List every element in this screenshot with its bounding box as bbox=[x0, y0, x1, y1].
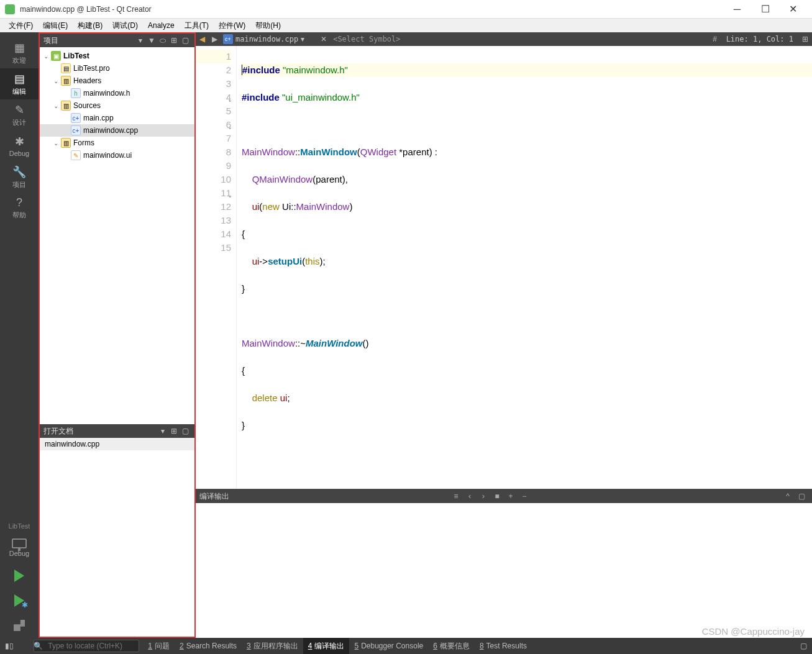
search-results-tab[interactable]: 2Search Results bbox=[175, 638, 242, 654]
maximize-button[interactable]: ☐ bbox=[751, 1, 779, 18]
mode-bar: ▦欢迎 ▤编辑 ✎设计 ✱Debug 🔧项目 ?帮助 LibTest Debug… bbox=[0, 32, 39, 638]
kit-label: LibTest bbox=[9, 522, 30, 530]
project-tree[interactable]: ⌄▣LibTest ▤LibTest.pro ⌄▥Headers hmainwi… bbox=[40, 47, 194, 424]
side-panel: 项目 ▾ ▼ ⬭ ⊞ ▢ ⌄▣LibTest ▤LibTest.pro ⌄▥He… bbox=[39, 32, 196, 638]
bug-icon: ✱ bbox=[22, 601, 28, 609]
mode-welcome[interactable]: ▦欢迎 bbox=[0, 37, 39, 68]
menu-analyze[interactable]: Analyze bbox=[143, 20, 180, 31]
app-output-tab[interactable]: 3应用程序输出 bbox=[242, 638, 303, 654]
tree-headers-folder[interactable]: ⌄▥Headers bbox=[40, 75, 194, 87]
close-panel-icon[interactable]: ▢ bbox=[795, 492, 808, 501]
output-title: 编译输出 bbox=[199, 491, 449, 502]
toggle-sidebar-icon[interactable]: ▮▯ bbox=[0, 638, 19, 654]
close-panel-icon[interactable]: ▢ bbox=[180, 427, 191, 435]
menu-file[interactable]: 文件(F) bbox=[4, 19, 38, 32]
output-panel: 编译输出 ≡ ‹ › ■ + − ^ ▢ bbox=[196, 489, 812, 638]
line-gutter: 123 4⌄5 6⌄7 8910 11⌄12 131415 bbox=[196, 46, 237, 489]
issues-tab[interactable]: 1问题 bbox=[143, 638, 175, 654]
filter-icon[interactable]: ≡ bbox=[449, 492, 463, 501]
code-editor[interactable]: 123 4⌄5 6⌄7 8910 11⌄12 131415 #include "… bbox=[196, 46, 812, 489]
prev-icon[interactable]: ‹ bbox=[463, 492, 477, 501]
monitor-icon bbox=[12, 538, 27, 548]
mode-design[interactable]: ✎设计 bbox=[0, 99, 39, 130]
editor-filename[interactable]: mainwindow.cpp bbox=[235, 35, 298, 43]
editor-column: ◀ ▶ c+ mainwindow.cpp ▾ ✕ <Select Symbol… bbox=[196, 32, 812, 638]
mode-debug[interactable]: ✱Debug bbox=[0, 130, 39, 161]
general-messages-tab[interactable]: 6概要信息 bbox=[428, 638, 475, 654]
project-panel-header: 项目 ▾ ▼ ⬭ ⊞ ▢ bbox=[40, 34, 194, 47]
project-icon: ▣ bbox=[51, 51, 61, 61]
split-editor-icon[interactable]: ⊞ bbox=[798, 35, 812, 43]
panel-dropdown-icon[interactable]: ▾ bbox=[135, 36, 146, 45]
nav-forward-icon[interactable]: ▶ bbox=[208, 35, 221, 43]
file-dropdown-icon[interactable]: ▾ bbox=[298, 35, 317, 43]
run-button[interactable] bbox=[7, 563, 32, 588]
search-icon: 🔍 bbox=[34, 642, 43, 650]
panel-dropdown-icon[interactable]: ▾ bbox=[157, 427, 168, 435]
tree-header-file[interactable]: hmainwindow.h bbox=[40, 87, 194, 99]
test-results-tab[interactable]: 8Test Results bbox=[475, 638, 532, 654]
kit-selector[interactable]: Debug bbox=[0, 532, 39, 563]
stop-icon[interactable]: ■ bbox=[490, 492, 504, 501]
open-docs-list: mainwindow.cpp bbox=[40, 438, 194, 637]
split-h-icon[interactable]: ⊞ bbox=[168, 427, 180, 435]
tree-project-root[interactable]: ⌄▣LibTest bbox=[40, 50, 194, 62]
run-debug-button[interactable]: ✱ bbox=[7, 588, 32, 613]
compile-output-tab[interactable]: 4编译输出 bbox=[303, 638, 350, 654]
link-icon[interactable]: ⬭ bbox=[157, 36, 168, 45]
symbol-selector[interactable]: <Select Symbol> bbox=[331, 35, 708, 43]
output-header: 编译输出 ≡ ‹ › ■ + − ^ ▢ bbox=[196, 489, 812, 503]
cpp-file-icon: c+ bbox=[223, 34, 233, 44]
tree-sources-folder[interactable]: ⌄▥Sources bbox=[40, 99, 194, 112]
folder-icon: ▥ bbox=[61, 76, 71, 86]
h-file-icon: h bbox=[71, 88, 81, 98]
minimize-button[interactable]: ─ bbox=[723, 1, 751, 18]
folder-icon: ▥ bbox=[61, 101, 71, 111]
tree-source-file-active[interactable]: c+mainwindow.cpp bbox=[40, 124, 194, 137]
next-icon[interactable]: › bbox=[477, 492, 490, 501]
mark-icon[interactable]: # bbox=[709, 35, 721, 43]
status-bar: ▮▯ 🔍 1问题 2Search Results 3应用程序输出 4编译输出 5… bbox=[0, 638, 812, 654]
locator: 🔍 bbox=[22, 640, 139, 652]
close-output-icon[interactable]: ▢ bbox=[795, 638, 812, 654]
close-button[interactable]: ✕ bbox=[779, 1, 807, 18]
close-file-icon[interactable]: ✕ bbox=[317, 35, 331, 43]
tree-forms-folder[interactable]: ⌄▥Forms bbox=[40, 137, 194, 149]
open-docs-title: 打开文档 bbox=[43, 426, 157, 437]
menu-help[interactable]: 帮助(H) bbox=[250, 19, 286, 32]
window-title: mainwindow.cpp @ LibTest - Qt Creator bbox=[20, 5, 723, 14]
menu-edit[interactable]: 编辑(E) bbox=[38, 19, 73, 32]
pro-file-icon: ▤ bbox=[61, 63, 71, 73]
zoom-out-icon[interactable]: − bbox=[518, 492, 531, 501]
code-area[interactable]: #include "mainwindow.h" #include "ui_mai… bbox=[237, 46, 812, 489]
play-icon bbox=[14, 570, 24, 582]
locator-input[interactable] bbox=[34, 640, 139, 652]
cpp-file-icon: c+ bbox=[71, 125, 81, 135]
cursor-position: Line: 1, Col: 1 bbox=[721, 35, 798, 43]
open-docs-header: 打开文档 ▾ ⊞ ▢ bbox=[40, 424, 194, 438]
tree-ui-file[interactable]: ✎mainwindow.ui bbox=[40, 149, 194, 161]
menu-build[interactable]: 构建(B) bbox=[73, 19, 107, 32]
build-button[interactable] bbox=[7, 613, 32, 638]
menu-debug[interactable]: 调试(D) bbox=[107, 19, 143, 32]
split-h-icon[interactable]: ⊞ bbox=[168, 36, 180, 45]
close-panel-icon[interactable]: ▢ bbox=[180, 36, 191, 45]
output-body[interactable] bbox=[196, 503, 812, 638]
mode-edit[interactable]: ▤编辑 bbox=[0, 68, 39, 99]
menu-tools[interactable]: 工具(T) bbox=[180, 19, 214, 32]
open-doc-item[interactable]: mainwindow.cpp bbox=[40, 438, 194, 450]
editor-toolbar: ◀ ▶ c+ mainwindow.cpp ▾ ✕ <Select Symbol… bbox=[196, 32, 812, 46]
menu-widgets[interactable]: 控件(W) bbox=[214, 19, 250, 32]
zoom-in-icon[interactable]: + bbox=[504, 492, 518, 501]
menu-bar: 文件(F) 编辑(E) 构建(B) 调试(D) Analyze 工具(T) 控件… bbox=[0, 19, 812, 32]
filter-icon[interactable]: ▼ bbox=[146, 36, 157, 45]
app-icon bbox=[5, 4, 15, 14]
mode-help[interactable]: ?帮助 bbox=[0, 193, 39, 224]
maximize-panel-icon[interactable]: ^ bbox=[781, 492, 795, 501]
tree-source-file[interactable]: c+main.cpp bbox=[40, 112, 194, 124]
nav-back-icon[interactable]: ◀ bbox=[196, 35, 208, 43]
mode-projects[interactable]: 🔧项目 bbox=[0, 161, 39, 193]
tree-pro-file[interactable]: ▤LibTest.pro bbox=[40, 62, 194, 75]
title-bar: mainwindow.cpp @ LibTest - Qt Creator ─ … bbox=[0, 0, 812, 19]
debugger-console-tab[interactable]: 5Debugger Console bbox=[349, 638, 428, 654]
